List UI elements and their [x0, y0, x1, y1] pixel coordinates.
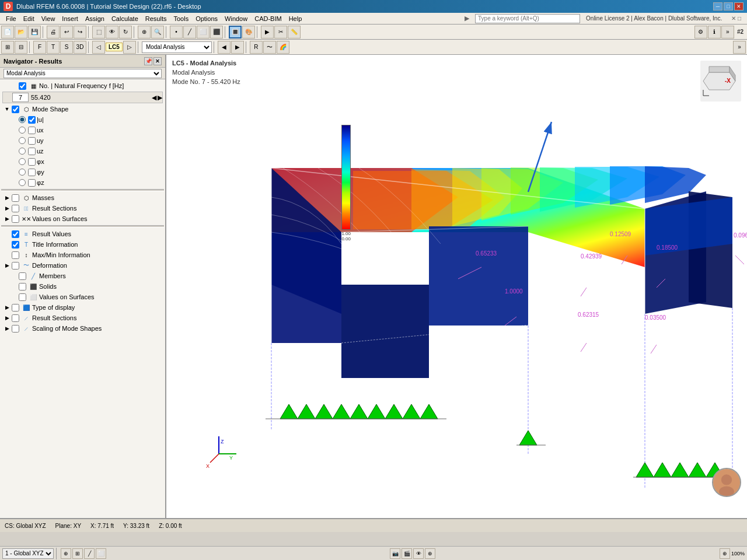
cut-btn[interactable]: ✂ — [274, 26, 287, 38]
video-btn[interactable]: 🎬 — [402, 548, 412, 559]
front-view-btn[interactable]: F — [33, 41, 46, 54]
def-expand[interactable]: ▶ — [4, 262, 11, 269]
mode-ux[interactable]: ux — [1, 125, 164, 135]
cb-uy[interactable] — [28, 137, 36, 145]
undo-btn[interactable]: ↩ — [60, 26, 73, 38]
menu-window[interactable]: Window — [221, 14, 251, 23]
cb-u-abs[interactable] — [28, 116, 36, 124]
rs-checkbox-top[interactable] — [12, 205, 19, 212]
menu-assign[interactable]: Assign — [82, 14, 108, 23]
view-btn[interactable]: 👁 — [106, 26, 118, 38]
vos-checkbox[interactable] — [12, 215, 19, 223]
ti-checkbox[interactable] — [12, 241, 19, 249]
rs2-expand[interactable]: ▶ — [4, 314, 11, 321]
zoom-all-btn[interactable]: ⊕ — [138, 26, 151, 38]
mode-uz[interactable]: uz — [1, 146, 164, 156]
solids-expand[interactable] — [11, 283, 18, 290]
mode-phiz[interactable]: φz — [1, 177, 164, 188]
side-view-btn[interactable]: S — [60, 41, 73, 54]
nav-analysis-dropdown[interactable]: Modal Analysis — [4, 69, 162, 78]
cb-phiy[interactable] — [28, 169, 36, 176]
freq-next-btn[interactable]: ▶ — [158, 94, 162, 102]
td-expand[interactable]: ▶ — [4, 304, 11, 311]
surface-btn[interactable]: ⬜ — [197, 26, 210, 38]
members-row[interactable]: ╱ Members — [1, 271, 164, 281]
menu-file[interactable]: File — [2, 14, 20, 23]
vos-expand[interactable]: ▶ — [4, 215, 11, 222]
mm-expand[interactable] — [4, 251, 11, 258]
result-sections-row[interactable]: ▶ ⟋ Result Sections — [1, 313, 164, 323]
settings-btn[interactable]: ⚙ — [694, 26, 707, 38]
td-checkbox[interactable] — [12, 304, 19, 312]
menu-tools[interactable]: Tools — [170, 14, 192, 23]
radio-phix[interactable] — [19, 158, 26, 165]
nav-pin-btn[interactable]: 📌 — [144, 57, 152, 65]
vs2-expand[interactable] — [11, 293, 18, 300]
new-btn[interactable]: 📄 — [1, 26, 14, 38]
radio-phiy[interactable] — [19, 169, 26, 176]
result-sections-top[interactable]: ▶ ╱⃝ Result Sections — [1, 203, 164, 214]
menu-results[interactable]: Results — [142, 14, 170, 23]
rs-expand-top[interactable]: ▶ — [4, 205, 11, 212]
freq-prev-btn[interactable]: ◀ — [152, 94, 156, 102]
eye-btn[interactable]: 👁 — [413, 548, 424, 559]
snap-btn[interactable]: ⊞ — [1, 41, 14, 54]
masses-expand[interactable]: ▶ — [4, 194, 11, 201]
title-info-row[interactable]: T Title Information — [1, 239, 164, 250]
mode-phix[interactable]: φx — [1, 156, 164, 167]
masses-row[interactable]: ▶ ⬡ Masses — [1, 192, 164, 203]
redo-btn[interactable]: ↪ — [74, 26, 86, 38]
save-btn[interactable]: 💾 — [28, 26, 41, 38]
radio-uz[interactable] — [19, 148, 26, 155]
print-btn[interactable]: 🖨 — [47, 26, 60, 38]
node-btn[interactable]: • — [170, 26, 183, 38]
mode-uy[interactable]: uy — [1, 135, 164, 146]
sm-checkbox[interactable] — [12, 325, 19, 332]
values-surfaces-row2[interactable]: ⬜ Values on Surfaces — [1, 292, 164, 302]
maximize-button[interactable]: □ — [724, 2, 733, 10]
cb-phix[interactable] — [28, 158, 36, 166]
cb-ux[interactable] — [28, 127, 36, 134]
snap-grid-btn[interactable]: ⊞ — [72, 548, 83, 559]
ti-expand[interactable] — [4, 241, 11, 248]
lc-btn[interactable]: ◁ — [92, 41, 105, 54]
freq-checkbox[interactable] — [19, 82, 26, 90]
line-btn[interactable]: ╱ — [183, 26, 196, 38]
mode-shape-row[interactable]: ▼ ⬡ Mode Shape — [1, 104, 164, 114]
result-values-row[interactable]: ≡ Result Values — [1, 229, 164, 239]
close-button[interactable]: ✕ — [734, 2, 743, 10]
nav-fwd-btn[interactable]: ▶ — [231, 41, 244, 54]
animate-btn[interactable]: ▶ — [261, 26, 274, 38]
radio-uy[interactable] — [19, 137, 26, 144]
measure-btn[interactable]: 📏 — [288, 26, 301, 38]
menu-help[interactable]: Help — [285, 14, 306, 23]
cb-uz[interactable] — [28, 148, 36, 155]
mode-shape-expand[interactable]: ▼ — [4, 106, 11, 113]
more-btn[interactable]: » — [721, 26, 734, 38]
vs2-checkbox[interactable] — [19, 293, 26, 301]
nav-back-btn[interactable]: ◀ — [218, 41, 231, 54]
solid-btn[interactable]: ⬛ — [210, 26, 223, 38]
solids-checkbox[interactable] — [19, 283, 26, 290]
type-display-row[interactable]: ▶ 🟦 Type of display — [1, 302, 164, 313]
freq-num-input[interactable] — [12, 93, 29, 102]
solids-row[interactable]: ⬛ Solids — [1, 281, 164, 292]
masses-checkbox[interactable] — [12, 194, 19, 202]
camera-btn[interactable]: 📷 — [390, 548, 400, 559]
analysis-combo[interactable]: Modal Analysis — [142, 41, 212, 53]
more2-btn[interactable]: » — [733, 41, 746, 54]
menu-edit[interactable]: Edit — [20, 14, 38, 23]
lc-next-btn[interactable]: ▷ — [123, 41, 136, 54]
cb-phiz[interactable] — [28, 179, 36, 187]
top-view-btn[interactable]: T — [47, 41, 60, 54]
menu-view[interactable]: View — [38, 14, 59, 23]
radio-u-abs[interactable] — [19, 116, 26, 123]
modal-icon[interactable]: 🔳 — [229, 26, 242, 38]
deformation-row[interactable]: ▶ 〜 Deformation — [1, 260, 164, 271]
select-btn[interactable]: ⬚ — [92, 26, 105, 38]
viewport[interactable]: LC5 - Modal Analysis Modal Analysis Mode… — [166, 55, 747, 532]
radio-phiz[interactable] — [19, 179, 26, 186]
mm-checkbox[interactable] — [12, 251, 19, 259]
zoom-btn[interactable]: 🔍 — [151, 26, 164, 38]
def-checkbox[interactable] — [12, 262, 19, 270]
